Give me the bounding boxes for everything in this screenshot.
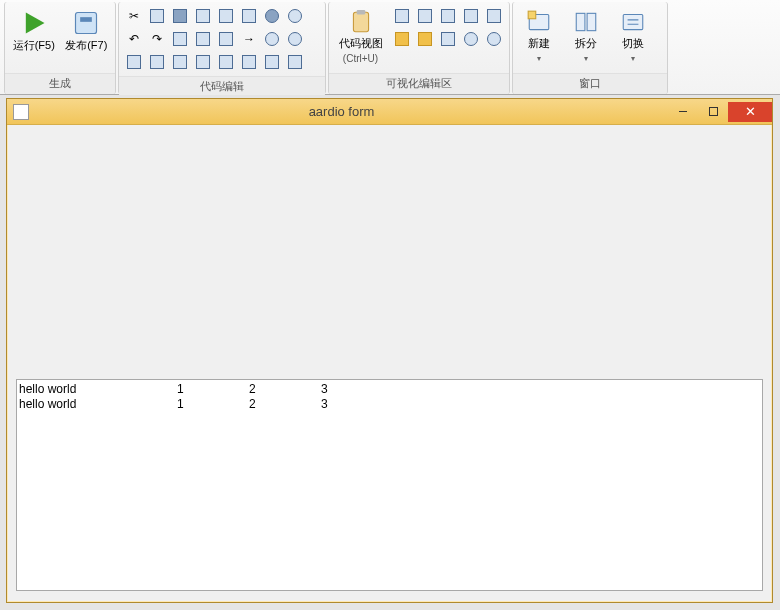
svg-rect-8 [587,13,596,30]
redo-icon: ↷ [152,32,162,46]
cell: 1 [177,396,249,411]
find-button[interactable] [123,51,145,73]
same-height-icon [418,32,432,46]
split-window-label: 拆分 [575,37,597,50]
same-height-button[interactable] [414,28,436,50]
replace-button[interactable] [146,51,168,73]
prev-bookmark-icon [265,32,279,46]
indent-right-button[interactable] [238,5,260,27]
new-window-icon [525,9,553,35]
code-view-button[interactable]: 代码视图 (Ctrl+U) [333,5,388,69]
publish-button[interactable]: 发布(F7) [62,5,112,69]
goto-button[interactable]: → [238,28,260,50]
replace-icon [150,55,164,69]
table-row[interactable]: hello world 1 2 3 [19,381,393,396]
dropdown-icon: ▾ [537,52,541,65]
ribbon-group-build: 运行(F5) 发布(F7) 生成 [4,2,116,94]
grid-icon [441,32,455,46]
comment-button[interactable] [169,28,191,50]
maximize-button[interactable] [698,102,728,122]
cell: 3 [321,396,393,411]
anchor-b-button[interactable] [483,28,505,50]
new-window-button[interactable]: 新建 ▾ [517,5,561,69]
bookmark-clear-icon [288,9,302,23]
svg-marker-0 [26,13,45,34]
next-bookmark-button[interactable] [284,28,306,50]
tool-d-icon [242,55,256,69]
ribbon-group-visual: 代码视图 (Ctrl+U) 可视化编辑区 [328,2,510,94]
ribbon-toolbar: 运行(F5) 发布(F7) 生成 ✂ ↶ ↷ [0,0,780,95]
cut-button[interactable]: ✂ [123,5,145,27]
form-titlebar[interactable]: aardio form ✕ [7,99,772,125]
same-width-icon [395,32,409,46]
edit-tool-e-button[interactable] [261,51,283,73]
close-button[interactable]: ✕ [728,102,772,122]
copy-button[interactable] [146,5,168,27]
switch-window-button[interactable]: 切换 ▾ [611,5,655,69]
svg-rect-3 [353,12,368,32]
table-row[interactable]: hello world 1 2 3 [19,396,393,411]
uncomment-icon [196,32,210,46]
tool-b-icon [196,55,210,69]
same-width-button[interactable] [391,28,413,50]
tool-a-icon [173,55,187,69]
svg-rect-7 [576,13,585,30]
system-icon [13,104,29,120]
format-icon [219,32,233,46]
svg-rect-4 [356,10,365,14]
find-icon [127,55,141,69]
ribbon-group-build-label: 生成 [5,73,115,94]
cell: 3 [321,381,393,396]
dropdown-icon: ▾ [631,52,635,65]
play-icon [20,9,48,37]
anchor-a-button[interactable] [460,28,482,50]
undo-icon: ↶ [129,32,139,46]
minimize-icon [679,111,687,113]
svg-rect-6 [528,11,536,19]
align-top-button[interactable] [460,5,482,27]
delete-icon [196,9,210,23]
prev-bookmark-button[interactable] [261,28,283,50]
align-center-button[interactable] [414,5,436,27]
publish-button-label: 发布(F7) [65,39,107,52]
align-left-button[interactable] [391,5,413,27]
format-button[interactable] [215,28,237,50]
close-icon: ✕ [745,104,756,119]
grid-toggle-button[interactable] [437,28,459,50]
minimize-button[interactable] [668,102,698,122]
ribbon-group-edit: ✂ ↶ ↷ → [118,2,326,94]
redo-button[interactable]: ↷ [146,28,168,50]
edit-tool-f-button[interactable] [284,51,306,73]
paste-button[interactable] [169,5,191,27]
edit-tool-a-button[interactable] [169,51,191,73]
form-window[interactable]: aardio form ✕ hello world 1 2 3 hello wo… [6,98,773,603]
bookmark-clear-button[interactable] [284,5,306,27]
align-bottom-button[interactable] [483,5,505,27]
tool-f-icon [288,55,302,69]
undo-button[interactable]: ↶ [123,28,145,50]
split-window-button[interactable]: 拆分 ▾ [564,5,608,69]
svg-rect-9 [623,14,643,29]
align-top-icon [464,9,478,23]
designer-workspace: aardio form ✕ hello world 1 2 3 hello wo… [0,95,780,610]
edit-tool-c-button[interactable] [215,51,237,73]
bookmark-button[interactable] [261,5,283,27]
align-bottom-icon [487,9,501,23]
split-window-icon [572,9,600,35]
cell: hello world [19,396,177,411]
form-title: aardio form [35,104,648,119]
svg-rect-2 [80,17,92,22]
uncomment-button[interactable] [192,28,214,50]
ribbon-group-edit-label: 代码编辑 [119,76,325,97]
indent-left-button[interactable] [215,5,237,27]
edit-tool-b-button[interactable] [192,51,214,73]
code-view-line2: (Ctrl+U) [343,52,378,65]
run-button[interactable]: 运行(F5) [9,5,59,69]
paste-icon [173,9,187,23]
delete-button[interactable] [192,5,214,27]
edit-tool-d-button[interactable] [238,51,260,73]
form-client-area[interactable]: hello world 1 2 3 hello world 1 2 3 [11,129,768,596]
tool-c-icon [219,55,233,69]
align-right-button[interactable] [437,5,459,27]
listview-control[interactable]: hello world 1 2 3 hello world 1 2 3 [16,379,763,591]
